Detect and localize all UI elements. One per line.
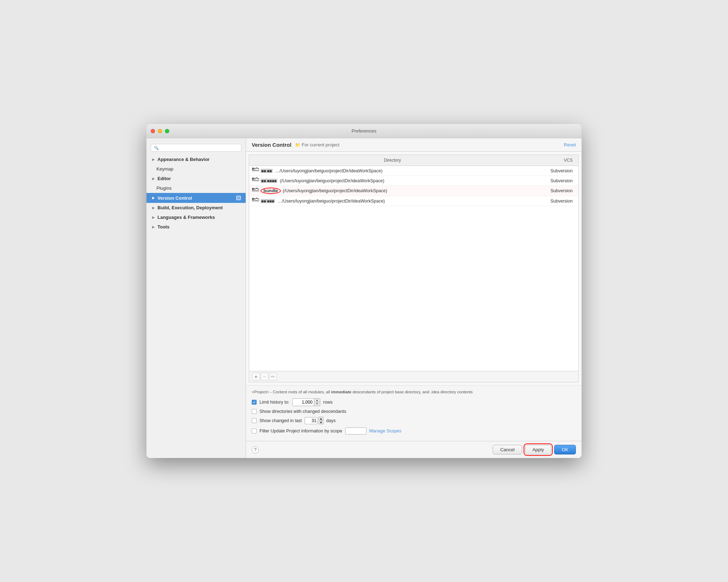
row-directory: ■■ ■■ …/Users/luyongjian/beiguo/projectD… <box>261 168 536 173</box>
row-prefix-icon: ■■ ■■■ <box>261 199 275 203</box>
table-row[interactable]: ■■ ■■■■ (/Users/luyongjian/beiguo/projec… <box>249 176 578 186</box>
show-changed-row: Show changed in last ▲ ▼ days <box>252 417 576 425</box>
show-directories-checkbox[interactable] <box>252 409 257 414</box>
svg-rect-15 <box>254 178 255 179</box>
manage-scopes-link[interactable]: Manage Scopes <box>369 429 401 433</box>
row-directory: ■■ ■■■ …/Users/luyongjian/beiguo/project… <box>261 199 536 204</box>
sidebar-item-keymap[interactable]: Keymap <box>146 164 246 174</box>
remove-button[interactable]: − <box>261 373 268 381</box>
maximize-button[interactable] <box>165 129 169 133</box>
minimize-button[interactable] <box>158 129 162 133</box>
chevron-right-icon: ▶ <box>152 196 155 200</box>
sidebar-item-label: Languages & Frameworks <box>157 215 215 220</box>
row-prefix-icon: ■■ ■■■■ <box>261 179 277 183</box>
svg-rect-45 <box>252 200 259 201</box>
svg-rect-34 <box>252 190 259 192</box>
footer-buttons: Cancel Apply OK <box>493 445 576 454</box>
sidebar-item-editor[interactable]: ▶ Editor <box>146 174 246 183</box>
folder-icon <box>252 178 259 183</box>
row-icon <box>249 168 261 174</box>
show-changed-checkbox[interactable] <box>252 418 257 423</box>
svg-rect-23 <box>252 180 259 181</box>
table-row[interactable]: bundle (/Users/luyongjian/beiguo/project… <box>249 186 578 196</box>
apply-button[interactable]: Apply <box>525 445 552 454</box>
svg-rect-14 <box>253 178 254 178</box>
show-changed-label-before: Show changed in last <box>259 418 302 423</box>
chevron-right-icon: ▶ <box>152 158 155 161</box>
limit-history-input[interactable] <box>293 399 314 406</box>
svg-rect-39 <box>253 199 254 200</box>
chevron-right-icon: ▶ <box>152 225 155 229</box>
svg-rect-38 <box>252 199 254 199</box>
svg-rect-10 <box>257 168 258 168</box>
search-input[interactable] <box>161 145 238 150</box>
svg-rect-19 <box>255 178 256 179</box>
show-changed-input[interactable] <box>305 417 317 424</box>
row-icon <box>249 198 261 204</box>
svg-rect-12 <box>252 170 259 171</box>
svg-rect-30 <box>255 189 256 189</box>
stepper-up-button[interactable]: ▲ <box>318 417 323 420</box>
folder-icon <box>252 198 259 203</box>
limit-history-label-before: Limit history to: <box>259 400 289 405</box>
row-icon <box>249 188 261 194</box>
filter-update-checkbox[interactable] <box>252 429 257 433</box>
directory-header: Directory <box>249 156 536 164</box>
search-box[interactable]: 🔍 <box>151 144 241 152</box>
row-vcs: Subversion <box>536 199 578 204</box>
sidebar-item-tools[interactable]: ▶ Tools <box>146 222 246 232</box>
row-directory: ■■ ■■■■ (/Users/luyongjian/beiguo/projec… <box>261 178 536 183</box>
scope-dropdown[interactable] <box>345 427 366 435</box>
stepper-down-button[interactable]: ▼ <box>314 402 320 406</box>
show-changed-label-after: days <box>326 418 336 423</box>
row-vcs: Subversion <box>536 188 578 193</box>
show-directories-row: Show directories with changed descendant… <box>252 409 576 414</box>
ok-button[interactable]: OK <box>554 445 576 454</box>
sidebar-item-plugins[interactable]: Plugins <box>146 183 246 193</box>
svg-rect-31 <box>256 188 257 189</box>
limit-history-input-group: ▲ ▼ <box>292 398 320 406</box>
panel-title: Version Control <box>252 142 291 148</box>
reset-link[interactable]: Reset <box>564 142 576 147</box>
table-toolbar: + − ✏ <box>249 371 578 382</box>
svg-rect-41 <box>255 199 256 199</box>
svg-rect-36 <box>253 198 254 199</box>
sidebar-item-label: Build, Execution, Deployment <box>157 205 223 210</box>
table-row[interactable]: ■■ ■■ …/Users/luyongjian/beiguo/projectD… <box>249 166 578 176</box>
folder-icon: 📁 <box>295 142 300 147</box>
svg-rect-8 <box>255 168 256 169</box>
sidebar-item-label: Plugins <box>156 185 172 191</box>
svg-rect-25 <box>253 188 254 189</box>
folder-icon <box>252 188 259 193</box>
show-changed-input-group: ▲ ▼ <box>305 417 323 425</box>
search-icon: 🔍 <box>154 146 159 150</box>
svg-rect-13 <box>252 178 253 178</box>
svg-rect-32 <box>257 188 258 189</box>
table-row[interactable]: ■■ ■■■ …/Users/luyongjian/beiguo/project… <box>249 196 578 206</box>
panel-subtitle-text: For current project <box>302 142 339 147</box>
stepper-up-button[interactable]: ▲ <box>314 399 320 402</box>
limit-history-row: Limit history to: ▲ ▼ rows <box>252 398 576 406</box>
svg-rect-2 <box>252 168 253 168</box>
sidebar-item-build-execution[interactable]: ▶ Build, Execution, Deployment <box>146 203 246 212</box>
add-button[interactable]: + <box>252 373 260 381</box>
svg-rect-18 <box>252 179 253 180</box>
svg-rect-29 <box>252 189 253 190</box>
sidebar-item-version-control[interactable]: ▶ Version Control <box>146 193 246 203</box>
edit-button[interactable]: ✏ <box>269 373 277 381</box>
table-body: ■■ ■■ …/Users/luyongjian/beiguo/projectD… <box>249 166 578 371</box>
svg-rect-16 <box>252 178 254 179</box>
filter-update-label: Filter Update Project information by sco… <box>259 429 342 433</box>
sidebar-item-languages-frameworks[interactable]: ▶ Languages & Frameworks <box>146 212 246 222</box>
cancel-button[interactable]: Cancel <box>493 445 522 454</box>
titlebar: Preferences <box>146 124 582 138</box>
svg-rect-3 <box>253 168 254 168</box>
svg-rect-21 <box>257 178 258 178</box>
sidebar-item-appearance-behavior[interactable]: ▶ Appearance & Behavior <box>146 155 246 164</box>
traffic-lights <box>151 129 169 133</box>
help-button[interactable]: ? <box>252 446 259 453</box>
directory-table: Directory VCS <box>249 155 579 382</box>
close-button[interactable] <box>151 129 155 133</box>
limit-history-checkbox[interactable] <box>252 400 257 405</box>
stepper-down-button[interactable]: ▼ <box>318 421 323 424</box>
